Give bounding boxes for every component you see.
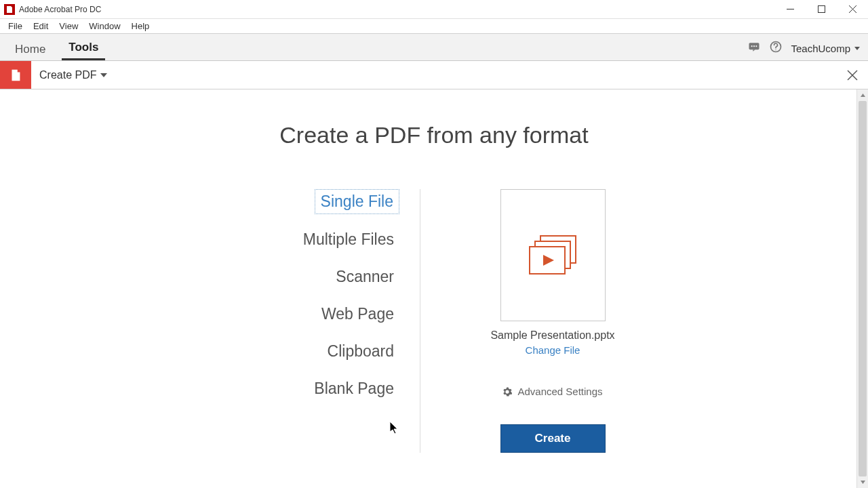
svg-rect-1: [818, 6, 825, 13]
source-options: Single File Multiple Files Scanner Web P…: [217, 189, 420, 453]
window-controls: [774, 0, 868, 19]
tab-home[interactable]: Home: [8, 37, 52, 60]
menu-edit[interactable]: Edit: [28, 20, 54, 33]
menu-view[interactable]: View: [54, 20, 83, 33]
svg-point-5: [751, 45, 753, 47]
preview-area: Sample Presentation.pptx Change File Adv…: [420, 189, 651, 453]
user-name: TeachUcomp: [791, 43, 850, 54]
scroll-up-icon[interactable]: [857, 89, 868, 101]
selected-filename: Sample Presentation.pptx: [490, 329, 614, 342]
option-web-page[interactable]: Web Page: [316, 302, 399, 326]
chevron-down-icon: [854, 47, 860, 50]
minimize-button[interactable]: [774, 0, 806, 19]
option-clipboard[interactable]: Clipboard: [322, 340, 399, 363]
option-multiple-files[interactable]: Multiple Files: [298, 228, 399, 251]
tool-dropdown[interactable]: Create PDF: [31, 61, 115, 89]
tabbar: Home Tools TeachUcomp: [0, 34, 868, 61]
user-menu[interactable]: TeachUcomp: [791, 43, 860, 54]
help-icon[interactable]: [769, 40, 783, 56]
tool-label: Create PDF: [39, 69, 96, 81]
option-scanner[interactable]: Scanner: [330, 265, 399, 289]
advanced-settings-label: Advanced Settings: [517, 386, 602, 397]
tool-toolbar: Create PDF: [0, 61, 868, 89]
option-single-file[interactable]: Single File: [315, 189, 399, 214]
tab-tools[interactable]: Tools: [62, 35, 105, 60]
svg-point-6: [753, 45, 755, 47]
scroll-down-icon[interactable]: [857, 476, 868, 488]
create-button[interactable]: Create: [500, 424, 606, 453]
close-button[interactable]: [837, 0, 868, 19]
menu-file[interactable]: File: [3, 20, 28, 33]
notifications-icon[interactable]: [747, 40, 761, 56]
advanced-settings-link[interactable]: Advanced Settings: [502, 386, 602, 397]
svg-point-7: [756, 45, 757, 47]
option-blank-page[interactable]: Blank Page: [309, 377, 399, 401]
maximize-button[interactable]: [806, 0, 837, 19]
page-heading: Create a PDF from any format: [0, 122, 868, 148]
menu-window[interactable]: Window: [83, 20, 125, 33]
chevron-down-icon: [100, 73, 107, 77]
menubar: File Edit View Window Help: [0, 19, 868, 34]
scrollbar-thumb[interactable]: [859, 101, 867, 476]
menu-help[interactable]: Help: [126, 20, 155, 33]
titlebar: Adobe Acrobat Pro DC: [0, 0, 868, 19]
create-pdf-icon: [0, 61, 31, 89]
vertical-scrollbar[interactable]: [856, 89, 868, 488]
svg-point-9: [776, 49, 776, 50]
window-title: Adobe Acrobat Pro DC: [19, 5, 101, 14]
gear-icon: [502, 387, 512, 396]
file-thumbnail[interactable]: [500, 189, 606, 321]
content-area: Create a PDF from any format Single File…: [0, 89, 868, 488]
app-icon: [4, 4, 15, 15]
change-file-link[interactable]: Change File: [526, 344, 580, 356]
close-panel-button[interactable]: [837, 61, 868, 89]
